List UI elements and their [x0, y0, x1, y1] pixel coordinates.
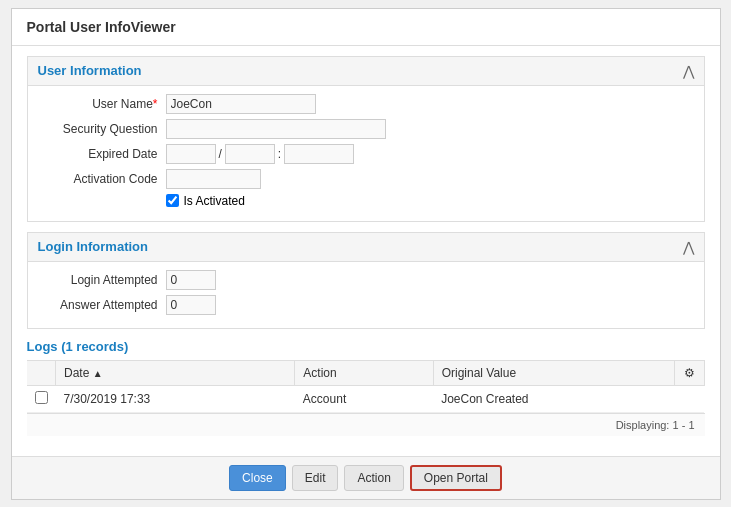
- answer-attempted-input[interactable]: [166, 295, 216, 315]
- expired-date-day-input[interactable]: [225, 144, 275, 164]
- dialog-footer: Close Edit Action Open Portal: [12, 456, 720, 499]
- login-info-collapse-icon[interactable]: ⋀: [683, 239, 694, 255]
- logs-section: Logs (1 records) Date ▲ Action Original …: [27, 339, 705, 436]
- date-sep1: /: [219, 147, 222, 161]
- answer-attempted-label: Answer Attempted: [38, 298, 158, 312]
- login-information-title: Login Information: [38, 239, 148, 254]
- logs-table: Date ▲ Action Original Value ⚙: [27, 360, 705, 413]
- table-row: 7/30/2019 17:33 Account JoeCon Created: [27, 385, 705, 412]
- security-question-row: Security Question: [38, 119, 694, 139]
- row-checkbox-cell: [27, 385, 56, 412]
- row-checkbox[interactable]: [35, 391, 48, 404]
- dialog: Portal User InfoViewer User Information …: [11, 8, 721, 500]
- date-sep2: :: [278, 147, 281, 161]
- user-name-row: User Name*: [38, 94, 694, 114]
- displaying-bar: Displaying: 1 - 1: [27, 413, 705, 436]
- activation-code-label: Activation Code: [38, 172, 158, 186]
- row-action: Account: [295, 385, 433, 412]
- logs-date-col[interactable]: Date ▲: [56, 360, 295, 385]
- user-name-input[interactable]: [166, 94, 316, 114]
- user-name-label: User Name*: [38, 97, 158, 111]
- login-attempted-row: Login Attempted: [38, 270, 694, 290]
- logs-table-header-row: Date ▲ Action Original Value ⚙: [27, 360, 705, 385]
- answer-attempted-row: Answer Attempted: [38, 295, 694, 315]
- security-question-input[interactable]: [166, 119, 386, 139]
- displaying-text: Displaying: 1 - 1: [616, 419, 695, 431]
- logs-original-value-col[interactable]: Original Value: [433, 360, 674, 385]
- row-original-value: JoeCon Created: [433, 385, 674, 412]
- dialog-body: User Information ⋀ User Name* Security Q…: [12, 46, 720, 456]
- logs-table-body: 7/30/2019 17:33 Account JoeCon Created: [27, 385, 705, 412]
- is-activated-label: Is Activated: [184, 194, 245, 208]
- login-attempted-label: Login Attempted: [38, 273, 158, 287]
- activation-code-input[interactable]: [166, 169, 261, 189]
- open-portal-button[interactable]: Open Portal: [410, 465, 502, 491]
- row-gear: [674, 385, 704, 412]
- sort-icon: ▲: [93, 368, 103, 379]
- edit-button[interactable]: Edit: [292, 465, 339, 491]
- login-information-section: Login Information ⋀ Login Attempted Answ…: [27, 232, 705, 329]
- is-activated-checkbox[interactable]: [166, 194, 179, 207]
- login-attempted-input[interactable]: [166, 270, 216, 290]
- expired-date-month-input[interactable]: [166, 144, 216, 164]
- expired-date-row: Expired Date / :: [38, 144, 694, 164]
- activation-code-row: Activation Code: [38, 169, 694, 189]
- login-information-content: Login Attempted Answer Attempted: [28, 262, 704, 328]
- security-question-label: Security Question: [38, 122, 158, 136]
- logs-select-all-col: [27, 360, 56, 385]
- logs-action-col[interactable]: Action: [295, 360, 433, 385]
- row-date: 7/30/2019 17:33: [56, 385, 295, 412]
- expired-date-label: Expired Date: [38, 147, 158, 161]
- user-information-title: User Information: [38, 63, 142, 78]
- dialog-title: Portal User InfoViewer: [12, 9, 720, 46]
- action-button[interactable]: Action: [344, 465, 403, 491]
- user-information-content: User Name* Security Question Expired Dat…: [28, 86, 704, 221]
- expired-date-time-input[interactable]: [284, 144, 354, 164]
- user-information-header: User Information ⋀: [28, 57, 704, 86]
- logs-title: Logs (1 records): [27, 339, 705, 354]
- logs-gear-col[interactable]: ⚙: [674, 360, 704, 385]
- user-information-section: User Information ⋀ User Name* Security Q…: [27, 56, 705, 222]
- is-activated-row: Is Activated: [166, 194, 694, 208]
- user-info-collapse-icon[interactable]: ⋀: [683, 63, 694, 79]
- close-button[interactable]: Close: [229, 465, 286, 491]
- login-information-header: Login Information ⋀: [28, 233, 704, 262]
